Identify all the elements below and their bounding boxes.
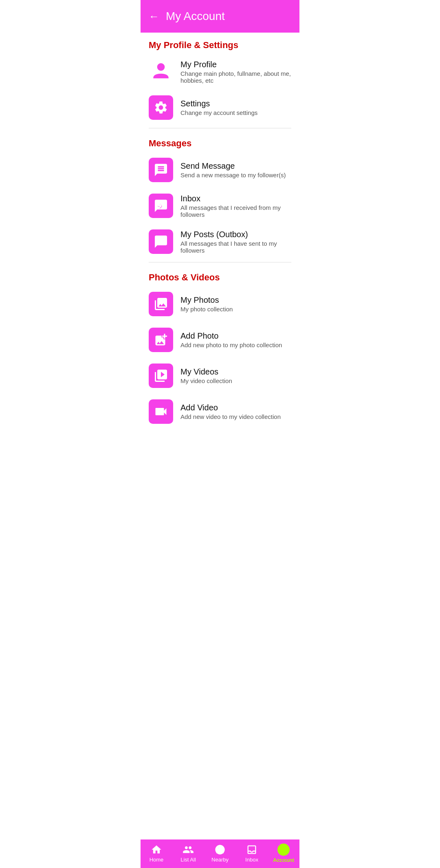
inbox-title: Inbox <box>180 194 291 203</box>
page-title: My Account <box>166 10 225 23</box>
my-photos-title: My Photos <box>180 295 233 305</box>
section-photos-videos: Photos & Videos My Photos My photo colle… <box>141 265 299 430</box>
chat-arrow-right-icon <box>149 229 173 254</box>
gear-icon <box>149 95 173 120</box>
photo-collection-icon <box>149 292 173 316</box>
my-profile-title: My Profile <box>180 60 291 69</box>
add-video-subtitle: Add new video to my video collection <box>180 413 281 420</box>
video-collection-icon <box>149 364 173 388</box>
my-videos-title: My Videos <box>180 367 232 377</box>
app-header: ← My Account <box>141 0 299 33</box>
menu-item-send-message[interactable]: Send Message Send a new message to my fo… <box>141 152 299 188</box>
menu-item-my-photos[interactable]: My Photos My photo collection <box>141 286 299 322</box>
section-heading-profile: My Profile & Settings <box>141 33 299 54</box>
section-messages: Messages Send Message Send a new message… <box>141 131 299 260</box>
send-message-subtitle: Send a new message to my follower(s) <box>180 172 286 178</box>
person-icon <box>149 59 173 84</box>
back-button[interactable]: ← <box>149 10 159 23</box>
add-video-title: Add Video <box>180 403 281 412</box>
inbox-subtitle: All messages that I received from my fol… <box>180 204 291 218</box>
section-heading-messages: Messages <box>141 131 299 152</box>
add-photo-title: Add Photo <box>180 331 282 341</box>
add-photo-subtitle: Add new photo to my photo collection <box>180 341 282 348</box>
section-heading-photos-videos: Photos & Videos <box>141 265 299 286</box>
video-add-icon <box>149 399 173 424</box>
chat-lines-icon <box>149 158 173 182</box>
settings-title: Settings <box>180 99 257 108</box>
my-videos-subtitle: My video collection <box>180 377 232 384</box>
my-photos-subtitle: My photo collection <box>180 306 233 313</box>
divider-1 <box>149 128 291 128</box>
menu-item-add-photo[interactable]: Add Photo Add new photo to my photo coll… <box>141 322 299 358</box>
menu-item-add-video[interactable]: Add Video Add new video to my video coll… <box>141 394 299 430</box>
my-posts-title: My Posts (Outbox) <box>180 230 291 239</box>
divider-2 <box>149 262 291 262</box>
menu-item-settings[interactable]: Settings Change my account settings <box>141 90 299 126</box>
photo-add-icon <box>149 328 173 352</box>
send-message-title: Send Message <box>180 161 286 171</box>
settings-subtitle: Change my account settings <box>180 109 257 116</box>
menu-item-my-videos[interactable]: My Videos My video collection <box>141 358 299 394</box>
menu-item-my-profile[interactable]: My Profile Change main photo, fullname, … <box>141 54 299 90</box>
menu-item-my-posts[interactable]: My Posts (Outbox) All messages that I ha… <box>141 224 299 260</box>
chat-arrow-left-icon <box>149 194 173 218</box>
main-content: My Profile & Settings My Profile Change … <box>141 33 299 462</box>
section-profile-settings: My Profile & Settings My Profile Change … <box>141 33 299 126</box>
svg-point-0 <box>157 63 165 71</box>
my-profile-subtitle: Change main photo, fullname, about me, h… <box>180 70 291 84</box>
menu-item-inbox[interactable]: Inbox All messages that I received from … <box>141 188 299 224</box>
my-posts-subtitle: All messages that I have sent to my foll… <box>180 240 291 254</box>
